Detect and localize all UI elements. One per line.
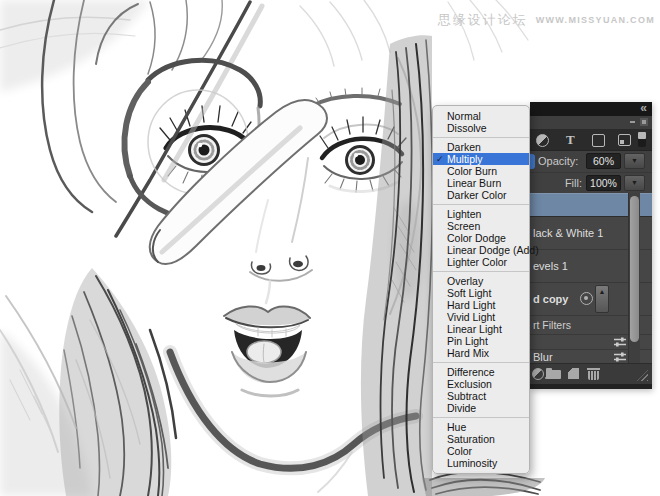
menu-item-label: Dissolve (447, 122, 487, 134)
menu-item-label: Divide (447, 402, 476, 414)
watermark-url: WWW.MISSYUAN.COM (536, 15, 655, 25)
new-group-icon[interactable] (546, 370, 561, 379)
menu-item-label: Difference (447, 366, 495, 378)
opacity-dropdown-button[interactable]: ▼ (624, 153, 645, 169)
menu-item-label: Hue (447, 421, 466, 433)
menu-item-divide[interactable]: Divide (433, 402, 529, 414)
panel-bottom-bar (530, 363, 652, 384)
fill-value[interactable]: 100% (586, 175, 621, 191)
new-layer-icon[interactable] (568, 368, 579, 379)
menu-item-label: Screen (447, 220, 480, 232)
menu-item-darken[interactable]: Darken (433, 141, 529, 153)
menu-separator (433, 362, 529, 363)
layer-name: lack & White 1 (533, 227, 603, 239)
filter-blending-options-icon[interactable] (613, 352, 627, 363)
menu-item-label: Linear Burn (447, 177, 501, 189)
filter-toggle-switch[interactable] (638, 132, 646, 147)
menu-item-label: Color Dodge (447, 232, 506, 244)
fill-dropdown-button[interactable]: ▼ (624, 175, 645, 191)
menu-item-pin-light[interactable]: Pin Light (433, 335, 529, 347)
menu-item-darker-color[interactable]: Darker Color (433, 189, 529, 201)
menu-item-overlay[interactable]: Overlay (433, 275, 529, 287)
menu-separator (433, 137, 529, 138)
menu-item-label: Linear Dodge (Add) (447, 244, 539, 256)
panel-bottom-edge (530, 384, 652, 389)
menu-item-subtract[interactable]: Subtract (433, 390, 529, 402)
layer-name: evels 1 (533, 260, 568, 272)
layers-list: lack & White 1evels 1d copy▲rt FiltersBl… (530, 193, 652, 364)
layer-name: rt Filters (533, 319, 571, 331)
blend-mode-select-fragment[interactable] (530, 154, 535, 169)
menu-separator (433, 271, 529, 272)
layer-filter-bar: T (530, 130, 652, 151)
fill-label: Fill: (530, 177, 582, 189)
layers-scrollbar[interactable] (628, 193, 640, 364)
menu-item-label: Color Burn (447, 165, 497, 177)
panel-tab-strip (530, 116, 652, 130)
menu-item-label: Lighten (447, 208, 481, 220)
menu-item-lighter-color[interactable]: Lighter Color (433, 256, 529, 268)
menu-item-label: Luminosity (447, 457, 497, 469)
smart-filter-badge-icon (580, 292, 593, 305)
menu-item-linear-dodge-add-[interactable]: Linear Dodge (Add) (433, 244, 529, 256)
menu-item-hard-mix[interactable]: Hard Mix (433, 347, 529, 359)
menu-item-luminosity[interactable]: Luminosity (433, 457, 529, 469)
menu-item-label: Hard Light (447, 299, 495, 311)
menu-item-label: Vivid Light (447, 311, 495, 323)
menu-item-hue[interactable]: Hue (433, 421, 529, 433)
menu-item-hard-light[interactable]: Hard Light (433, 299, 529, 311)
panel-menu-icon[interactable] (630, 118, 648, 127)
menu-item-soft-light[interactable]: Soft Light (433, 287, 529, 299)
menu-item-label: Linear Light (447, 323, 502, 335)
menu-item-vivid-light[interactable]: Vivid Light (433, 311, 529, 323)
filter-adjustment-layers-icon[interactable] (536, 134, 549, 147)
blend-mode-menu: NormalDissolveDarken✓MultiplyColor BurnL… (432, 105, 530, 474)
menu-item-label: Soft Light (447, 287, 491, 299)
menu-item-color-dodge[interactable]: Color Dodge (433, 232, 529, 244)
blend-mode-menu-items: NormalDissolveDarken✓MultiplyColor BurnL… (433, 110, 529, 469)
delete-layer-icon[interactable] (587, 367, 600, 380)
menu-item-label: Darken (447, 141, 481, 153)
menu-item-lighten[interactable]: Lighten (433, 208, 529, 220)
menu-item-saturation[interactable]: Saturation (433, 433, 529, 445)
menu-item-exclusion[interactable]: Exclusion (433, 378, 529, 390)
filter-type-layers-icon[interactable]: T (566, 132, 575, 148)
scrollbar-thumb[interactable] (630, 196, 639, 342)
menu-item-label: Exclusion (447, 378, 492, 390)
menu-item-label: Subtract (447, 390, 486, 402)
collapse-panel-icon[interactable]: « (640, 102, 647, 115)
menu-separator (433, 204, 529, 205)
layer-name: Blur (533, 351, 553, 363)
menu-item-color[interactable]: Color (433, 445, 529, 457)
menu-item-screen[interactable]: Screen (433, 220, 529, 232)
menu-item-normal[interactable]: Normal (433, 110, 529, 122)
menu-item-linear-light[interactable]: Linear Light (433, 323, 529, 335)
menu-item-label: Color (447, 445, 472, 457)
menu-item-label: Lighter Color (447, 256, 507, 268)
watermark-site-name: 思缘设计论坛 (438, 11, 528, 29)
menu-item-label: Hard Mix (447, 347, 489, 359)
menu-item-color-burn[interactable]: Color Burn (433, 165, 529, 177)
menu-item-label: Darker Color (447, 189, 507, 201)
layer-name: d copy (533, 293, 568, 305)
new-adjustment-layer-icon[interactable] (532, 368, 544, 380)
menu-item-difference[interactable]: Difference (433, 366, 529, 378)
menu-item-label: Saturation (447, 433, 495, 445)
panel-resize-grip[interactable] (637, 370, 648, 381)
photoshop-workspace: 思缘设计论坛 WWW.MISSYUAN.COM « T Opacity: 60%… (0, 0, 660, 496)
opacity-value[interactable]: 60% (586, 153, 621, 169)
menu-item-label: Overlay (447, 275, 483, 287)
layers-panel: « T Opacity: 60% ▼ Fill: 100% ▼ lack & W… (530, 102, 652, 389)
filter-shape-layers-icon[interactable] (592, 134, 605, 147)
menu-item-linear-burn[interactable]: Linear Burn (433, 177, 529, 189)
opacity-label: Opacity: (538, 155, 578, 167)
opacity-row: Opacity: 60% ▼ (530, 151, 652, 173)
menu-separator (433, 417, 529, 418)
checkmark-icon: ✓ (436, 153, 446, 165)
menu-item-dissolve[interactable]: Dissolve (433, 122, 529, 134)
menu-item-multiply[interactable]: ✓Multiply (433, 153, 529, 165)
filter-smart-objects-icon[interactable] (618, 134, 631, 146)
filter-blending-options-icon[interactable] (613, 337, 627, 348)
smart-filter-collapse-button[interactable]: ▲ (595, 285, 609, 313)
watermark: 思缘设计论坛 WWW.MISSYUAN.COM (438, 11, 655, 29)
